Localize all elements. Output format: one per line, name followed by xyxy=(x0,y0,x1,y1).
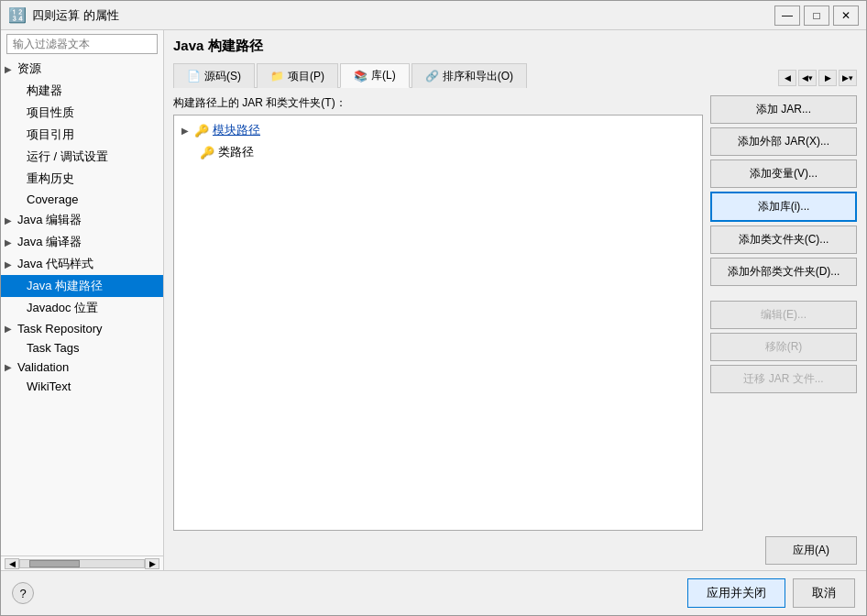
tab-order-export[interactable]: 🔗排序和导出(O) xyxy=(412,63,527,88)
tree-item-label: 模块路径 xyxy=(213,122,260,138)
help-button[interactable]: ? xyxy=(12,582,34,604)
tab-nav-back[interactable]: ◀ xyxy=(778,70,796,86)
jar-list-label: 构建路径上的 JAR 和类文件夹(T)： xyxy=(173,95,703,111)
tab-label-libraries: 库(L) xyxy=(371,68,396,83)
scroll-left-button[interactable]: ◀ xyxy=(5,558,19,569)
sidebar-item-run-debug[interactable]: 运行 / 调试设置 xyxy=(1,146,163,168)
expand-arrow-icon: ▶ xyxy=(5,259,12,270)
sidebar-list: ▶资源构建器项目性质项目引用运行 / 调试设置重构历史Coverage▶Java… xyxy=(1,58,163,556)
content-area: 构建路径上的 JAR 和类文件夹(T)： ▶🔑模块路径🔑类路径 添加 JAR..… xyxy=(173,88,857,531)
tab-label-source: 源码(S) xyxy=(204,69,241,84)
sidebar-item-label: 重构历史 xyxy=(14,170,74,187)
tree-item-icon: 🔑 xyxy=(194,124,209,138)
expand-arrow-icon: ▶ xyxy=(5,237,12,248)
tab-source[interactable]: 📄源码(S) xyxy=(173,63,255,88)
sidebar-item-label: WikiText xyxy=(14,380,71,393)
jar-tree[interactable]: ▶🔑模块路径🔑类路径 xyxy=(173,115,703,531)
bottom-bar: ? 应用并关闭 取消 xyxy=(1,570,866,615)
cancel-button[interactable]: 取消 xyxy=(793,578,855,608)
titlebar-icon: 🔢 xyxy=(8,6,27,24)
remove-button: 移除(R) xyxy=(710,333,857,361)
jar-list-area: 构建路径上的 JAR 和类文件夹(T)： ▶🔑模块路径🔑类路径 xyxy=(173,95,703,531)
maximize-button[interactable]: □ xyxy=(804,6,829,26)
panel-title: Java 构建路径 xyxy=(173,38,857,55)
titlebar-controls: — □ ✕ xyxy=(774,6,859,26)
sidebar-item-project-ref[interactable]: 项目引用 xyxy=(1,124,163,146)
buttons-panel: 添加 JAR...添加外部 JAR(X)...添加变量(V)...添加库(i).… xyxy=(710,95,857,531)
sidebar-item-javadoc[interactable]: Javadoc 位置 xyxy=(1,297,163,319)
close-button[interactable]: ✕ xyxy=(833,6,859,26)
tab-nav-forward2[interactable]: ▶▾ xyxy=(839,70,857,86)
sidebar-item-label: 资源 xyxy=(17,60,41,77)
sidebar-item-label: 项目引用 xyxy=(14,126,74,143)
apply-close-button[interactable]: 应用并关闭 xyxy=(687,578,785,608)
sidebar-item-label: Java 构建路径 xyxy=(14,278,103,294)
sidebar-item-label: Task Tags xyxy=(14,341,80,355)
apply-button[interactable]: 应用(A) xyxy=(765,536,857,565)
tab-icon-source: 📄 xyxy=(187,70,201,82)
tab-nav-arrows: ◀ ◀▾ ▶ ▶▾ xyxy=(778,70,857,86)
apply-row: 应用(A) xyxy=(173,531,857,570)
sidebar-item-label: Task Repository xyxy=(17,322,102,336)
sidebar-item-java-build-path[interactable]: Java 构建路径 xyxy=(1,275,163,297)
minimize-button[interactable]: — xyxy=(774,6,800,26)
tree-item-class-path[interactable]: 🔑类路径 xyxy=(174,141,702,163)
sidebar-item-resources[interactable]: ▶资源 xyxy=(1,58,163,80)
sidebar-item-label: Validation xyxy=(17,360,69,374)
expand-arrow-icon: ▶ xyxy=(5,215,12,226)
sidebar-item-label: Java 编译器 xyxy=(17,234,82,250)
sidebar-item-label: Coverage xyxy=(14,192,78,206)
sidebar-item-java-compiler[interactable]: ▶Java 编译器 xyxy=(1,231,163,253)
tab-icon-projects: 📁 xyxy=(270,70,284,82)
sidebar-item-refactor-history[interactable]: 重构历史 xyxy=(1,168,163,190)
sidebar-item-task-tags[interactable]: Task Tags xyxy=(1,338,163,358)
sidebar-item-coverage[interactable]: Coverage xyxy=(1,190,163,209)
tree-expand-icon: ▶ xyxy=(181,126,189,136)
add-class-folder-button[interactable]: 添加类文件夹(C)... xyxy=(710,226,857,254)
migrate-jar-button: 迁移 JAR 文件... xyxy=(710,365,857,393)
sidebar-item-label: Javadoc 位置 xyxy=(14,300,98,316)
scroll-right-button[interactable]: ▶ xyxy=(145,558,159,569)
sidebar-item-java-code-style[interactable]: ▶Java 代码样式 xyxy=(1,253,163,275)
filter-input[interactable] xyxy=(6,34,158,54)
sidebar-item-label: 运行 / 调试设置 xyxy=(14,148,108,165)
sidebar-item-validation[interactable]: ▶Validation xyxy=(1,358,163,377)
tree-item-module-path[interactable]: ▶🔑模块路径 xyxy=(174,119,702,141)
add-external-jar-button[interactable]: 添加外部 JAR(X)... xyxy=(710,127,857,156)
tab-icon-libraries: 📚 xyxy=(354,70,368,82)
sidebar-item-label: 构建器 xyxy=(14,82,62,99)
tabs: 📄源码(S)📁项目(P)📚库(L)🔗排序和导出(O) xyxy=(173,62,527,88)
tabs-wrapper: 📄源码(S)📁项目(P)📚库(L)🔗排序和导出(O) ◀ ◀▾ ▶ ▶▾ xyxy=(173,62,857,88)
sidebar-item-label: Java 编辑器 xyxy=(17,212,82,228)
sidebar-item-task-repository[interactable]: ▶Task Repository xyxy=(1,319,163,338)
expand-arrow-icon: ▶ xyxy=(5,362,12,372)
main-content: ▶资源构建器项目性质项目引用运行 / 调试设置重构历史Coverage▶Java… xyxy=(1,30,866,570)
tab-nav-forward[interactable]: ▶ xyxy=(818,70,837,86)
tab-libraries[interactable]: 📚库(L) xyxy=(340,63,410,88)
tab-label-projects: 项目(P) xyxy=(288,69,324,84)
sidebar-item-java-editor[interactable]: ▶Java 编辑器 xyxy=(1,209,163,231)
sidebar: ▶资源构建器项目性质项目引用运行 / 调试设置重构历史Coverage▶Java… xyxy=(1,30,164,570)
add-external-class-folder-button[interactable]: 添加外部类文件夹(D)... xyxy=(710,258,857,286)
scrollbar-thumb xyxy=(29,560,80,567)
sidebar-item-project-nature[interactable]: 项目性质 xyxy=(1,102,163,124)
tree-item-label: 类路径 xyxy=(218,144,254,160)
add-library-button[interactable]: 添加库(i)... xyxy=(710,192,857,222)
add-variable-button[interactable]: 添加变量(V)... xyxy=(710,160,857,188)
sidebar-item-label: Java 代码样式 xyxy=(17,256,93,272)
add-jar-button[interactable]: 添加 JAR... xyxy=(710,95,857,124)
tab-projects[interactable]: 📁项目(P) xyxy=(257,63,338,88)
sidebar-item-label: 项目性质 xyxy=(14,104,74,121)
sidebar-item-builder[interactable]: 构建器 xyxy=(1,80,163,102)
right-panel: Java 构建路径 📄源码(S)📁项目(P)📚库(L)🔗排序和导出(O) ◀ ◀… xyxy=(164,30,866,570)
edit-button: 编辑(E)... xyxy=(710,301,857,329)
sidebar-scrollbar: ◀ ▶ xyxy=(1,556,163,570)
tree-item-icon: 🔑 xyxy=(200,146,214,160)
horizontal-scrollbar[interactable] xyxy=(19,559,145,568)
expand-arrow-icon: ▶ xyxy=(5,324,12,334)
button-spacer xyxy=(710,290,857,297)
sidebar-item-wikitext[interactable]: WikiText xyxy=(1,377,163,396)
tab-nav-back2[interactable]: ◀▾ xyxy=(798,70,817,86)
tab-label-order-export: 排序和导出(O) xyxy=(443,69,513,84)
tab-icon-order-export: 🔗 xyxy=(425,70,439,82)
